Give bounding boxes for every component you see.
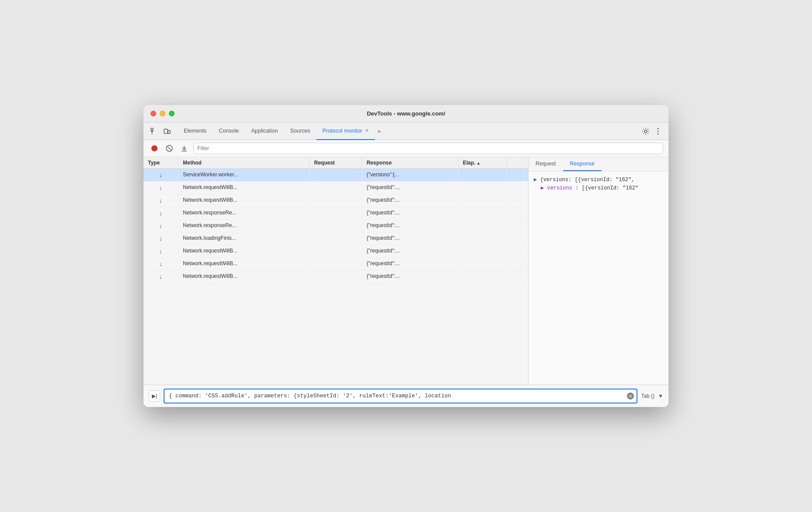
titlebar: DevTools - www.google.com/ (144, 105, 668, 123)
col-elapsed[interactable]: Elap. (458, 157, 507, 168)
row-elapsed (458, 207, 507, 219)
table-row[interactable]: ↓ Network.requestWillB... {"requestId":.… (144, 182, 528, 194)
row-request (310, 232, 362, 245)
table-row[interactable]: ↓ Network.responseRe... {"requestId":... (144, 207, 528, 220)
col-request: Request (310, 157, 362, 168)
row-extra (507, 182, 515, 194)
row-type: ↓ (144, 194, 178, 207)
tab-application[interactable]: Application (245, 123, 284, 140)
detail-tab-bar: Request Response (528, 157, 668, 172)
row-type: ↓ (144, 182, 178, 194)
svg-point-6 (658, 128, 659, 129)
row-elapsed (458, 169, 507, 181)
minimize-button[interactable] (160, 111, 165, 116)
tab-complete-hint: Tab () (641, 393, 654, 399)
tab-elements[interactable]: Elements (178, 123, 213, 140)
detail-content: ▶ {versions: [{versionId: "162", ▶ versi… (528, 172, 668, 385)
svg-point-9 (151, 145, 158, 151)
device-toolbar-icon[interactable] (162, 126, 172, 137)
row-extra (507, 207, 515, 219)
download-button[interactable] (178, 143, 190, 154)
detail-line-2: ▶ versions : [{versionId: "162" (534, 184, 663, 193)
close-button[interactable] (150, 111, 156, 116)
tab-request-detail[interactable]: Request (528, 157, 563, 171)
row-extra (507, 245, 515, 257)
row-request (310, 270, 362, 283)
maximize-button[interactable] (169, 111, 175, 116)
table-row[interactable]: ↓ Network.requestWillB... {"requestId":.… (144, 194, 528, 207)
table-row[interactable]: ↓ Network.responseRe... {"requestId":... (144, 220, 528, 232)
table-body: ↓ ServiceWorker.worker... {"versions":[.… (144, 169, 528, 385)
table-row[interactable]: ↓ Network.requestWillB... {"requestId":.… (144, 245, 528, 258)
row-request (310, 182, 362, 194)
traffic-lights (150, 111, 175, 116)
action-bar (144, 140, 668, 157)
tab-console[interactable]: Console (213, 123, 245, 140)
row-type: ↓ (144, 232, 178, 245)
main-content: Type Method Request Response Elap. ↓ Ser… (144, 157, 668, 385)
row-elapsed (458, 245, 507, 257)
table-row[interactable]: ↓ Network.requestWillB... {"requestId":.… (144, 270, 528, 283)
command-bar: ▶| ✕ Tab () ▼ (144, 385, 668, 407)
row-response: {"requestId":... (362, 232, 458, 245)
row-extra (507, 270, 515, 283)
table-row[interactable]: ↓ ServiceWorker.worker... {"versions":[.… (144, 169, 528, 182)
row-elapsed (458, 258, 507, 270)
row-extra (507, 220, 515, 232)
row-response: {"requestId":... (362, 220, 458, 232)
row-elapsed (458, 270, 507, 283)
row-response: {"requestId":... (362, 270, 458, 283)
row-extra (507, 169, 515, 181)
tab-more-button[interactable]: » (375, 123, 383, 140)
col-scrollbar-header (507, 157, 515, 168)
row-request (310, 194, 362, 207)
tab-response-detail[interactable]: Response (563, 157, 602, 171)
table-panel: Type Method Request Response Elap. ↓ Ser… (144, 157, 528, 385)
command-clear-button[interactable]: ✕ (627, 393, 634, 400)
row-method: Network.loadingFinis... (178, 232, 310, 245)
tab-bar: Elements Console Application Sources Pro… (144, 123, 668, 140)
table-row[interactable]: ↓ Network.loadingFinis... {"requestId":.… (144, 232, 528, 245)
row-request (310, 220, 362, 232)
row-elapsed (458, 182, 507, 194)
row-method: Network.requestWillB... (178, 182, 310, 194)
svg-rect-0 (151, 128, 153, 130)
expand-versions-icon[interactable]: ▶ (541, 185, 544, 191)
tab-sources[interactable]: Sources (284, 123, 316, 140)
table-header: Type Method Request Response Elap. (144, 157, 528, 169)
console-toggle-button[interactable]: ▶| (149, 390, 160, 402)
col-response: Response (362, 157, 458, 168)
row-elapsed (458, 232, 507, 245)
row-extra (507, 232, 515, 245)
row-request (310, 245, 362, 257)
row-type: ↓ (144, 207, 178, 219)
svg-point-8 (658, 133, 659, 134)
more-options-icon[interactable] (653, 126, 663, 137)
expand-arrow-icon[interactable]: ▶ (534, 177, 537, 183)
command-input[interactable] (164, 389, 637, 403)
row-response: {"versions":[... (362, 169, 458, 181)
clear-button[interactable] (164, 143, 175, 154)
table-row[interactable]: ↓ Network.requestWillB... {"requestId":.… (144, 258, 528, 270)
row-method: ServiceWorker.worker... (178, 169, 310, 181)
dropdown-arrow-icon[interactable]: ▼ (658, 393, 663, 399)
record-button[interactable] (149, 143, 160, 154)
tab-close-icon[interactable]: ✕ (365, 128, 369, 133)
svg-point-5 (644, 130, 647, 133)
toolbar-icons (149, 126, 172, 137)
row-method: Network.requestWillB... (178, 270, 310, 283)
row-response: {"requestId":... (362, 182, 458, 194)
tab-protocol-monitor[interactable]: Protocol monitor ✕ (316, 123, 375, 140)
row-response: {"requestId":... (362, 207, 458, 219)
row-response: {"requestId":... (362, 258, 458, 270)
svg-rect-3 (164, 129, 168, 133)
settings-icon[interactable] (640, 126, 651, 137)
filter-input[interactable] (193, 143, 663, 154)
devtools-window: DevTools - www.google.com/ Elements (144, 105, 668, 407)
inspect-element-icon[interactable] (149, 126, 159, 137)
row-elapsed (458, 220, 507, 232)
window-title: DevTools - www.google.com/ (367, 110, 445, 117)
col-type: Type (144, 157, 178, 168)
row-request (310, 258, 362, 270)
tab-list: Elements Console Application Sources Pro… (178, 123, 640, 140)
